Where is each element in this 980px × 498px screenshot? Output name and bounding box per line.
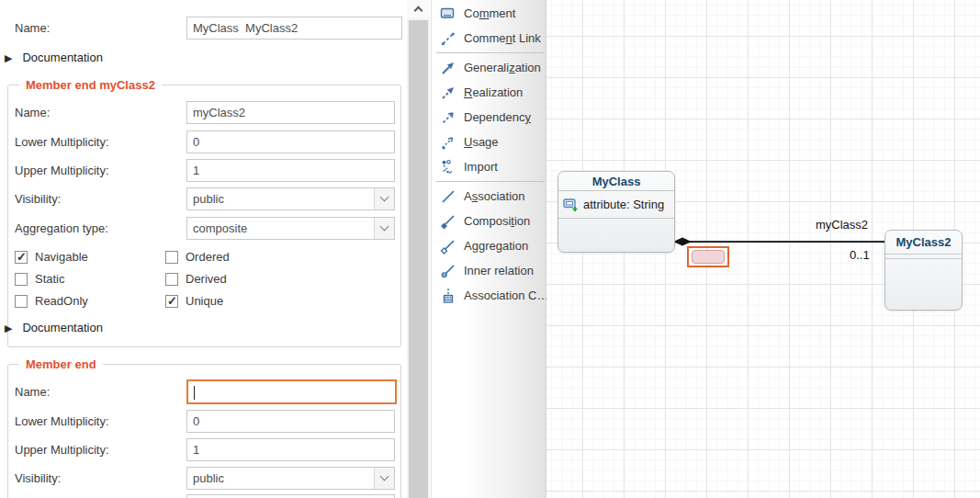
class-title: MyClass — [558, 172, 674, 191]
triangle-right-icon — [5, 321, 12, 334]
fieldset-legend: Member end myClass2 — [19, 78, 162, 92]
palette-item-aggregation[interactable]: Aggregation — [432, 233, 546, 258]
documentation-toggle[interactable]: Documentation — [5, 51, 103, 64]
attribute-row[interactable]: attribute: String — [558, 191, 674, 219]
association-name-input[interactable] — [186, 17, 402, 40]
visibility-select[interactable]: public — [186, 187, 395, 210]
palette-separator — [436, 181, 544, 182]
class-node-myclass[interactable]: MyClass attribute: String — [558, 171, 675, 253]
checkbox-icon — [15, 251, 28, 264]
inner-relation-icon — [440, 263, 456, 279]
realization-icon — [440, 85, 456, 101]
checkbox-icon — [165, 251, 178, 264]
name-label: Name: — [15, 101, 50, 124]
label-placeholder — [692, 250, 725, 264]
scroll-up-button[interactable] — [407, 0, 430, 18]
scrollbar-thumb[interactable] — [409, 20, 428, 498]
visibility-label: Visibility: — [15, 467, 61, 490]
palette-item-inner-relation[interactable]: Inner relation — [432, 258, 546, 283]
attribute-text: attribute: String — [583, 198, 664, 211]
comment-icon — [440, 6, 456, 22]
static-checkbox[interactable]: Static — [15, 272, 65, 286]
navigable-checkbox[interactable]: Navigable — [15, 250, 88, 264]
comment-link-icon — [440, 30, 456, 47]
palette-item-comment-link[interactable]: Comment Link — [432, 26, 546, 51]
member-end-name-input-focused[interactable] — [186, 379, 397, 404]
palette-separator — [436, 52, 544, 53]
upper-multiplicity-input[interactable] — [186, 438, 395, 461]
visibility-select[interactable]: public — [186, 467, 395, 490]
palette-item-usage[interactable]: Usage — [432, 130, 546, 154]
selected-association-label[interactable] — [687, 246, 729, 267]
fieldset-legend: Member end — [19, 357, 103, 371]
aggregation-type-select-cutoff[interactable] — [186, 494, 395, 498]
composition-icon — [440, 213, 456, 230]
documentation-toggle[interactable]: Documentation — [5, 321, 103, 334]
checkbox-icon — [165, 273, 178, 286]
checkbox-icon — [15, 295, 28, 308]
palette-item-association[interactable]: Association — [432, 184, 546, 209]
aggregation-icon — [440, 238, 456, 255]
association-multiplicity-label[interactable]: 0..1 — [850, 248, 870, 262]
palette-item-import[interactable]: Import — [432, 154, 546, 179]
import-icon — [440, 159, 456, 175]
uml-editor: Name: Documentation Member end myClass2 … — [0, 0, 980, 498]
unique-checkbox[interactable]: Unique — [165, 294, 223, 308]
lower-multiplicity-input[interactable] — [186, 130, 395, 153]
attribute-add-icon — [563, 198, 579, 212]
association-icon — [440, 188, 456, 205]
generalization-icon — [440, 60, 456, 76]
usage-icon — [440, 134, 456, 151]
lower-multiplicity-label: Lower Multiplicity: — [15, 130, 109, 153]
class-title: MyClass2 — [885, 231, 962, 255]
association-class-icon — [440, 288, 456, 304]
readonly-checkbox[interactable]: ReadOnly — [15, 294, 88, 308]
checkbox-icon — [165, 295, 178, 308]
palette-item-association-class[interactable]: Association C… — [432, 283, 546, 308]
palette-item-generalization[interactable]: Generalization — [432, 55, 546, 80]
palette-item-composition[interactable]: Composition — [432, 209, 546, 233]
composite-diamond-icon — [673, 238, 692, 246]
visibility-label: Visibility: — [15, 187, 61, 210]
upper-multiplicity-input[interactable] — [186, 159, 395, 182]
upper-multiplicity-label: Upper Multiplicity: — [15, 159, 109, 182]
realization-item[interactable]: Realization — [432, 80, 546, 105]
member-end-name-input[interactable] — [186, 101, 395, 124]
ordered-checkbox[interactable]: Ordered — [165, 250, 230, 264]
chevron-down-icon — [374, 468, 394, 489]
derived-checkbox[interactable]: Derived — [165, 272, 227, 286]
triangle-right-icon — [5, 51, 12, 64]
tool-palette: Comment Comment Link Generalization Real… — [431, 0, 546, 498]
aggregation-type-select[interactable]: composite — [186, 217, 395, 240]
palette-item-dependency[interactable]: Dependency — [432, 105, 546, 130]
text-caret — [194, 386, 195, 400]
lower-multiplicity-label: Lower Multiplicity: — [15, 410, 109, 433]
properties-panel: Name: Documentation Member end myClass2 … — [0, 0, 407, 498]
chevron-down-icon — [374, 188, 394, 209]
chevron-up-icon — [414, 6, 423, 16]
attributes-section — [885, 255, 962, 259]
name-label: Name: — [15, 17, 50, 40]
palette-item-comment[interactable]: Comment — [432, 1, 546, 26]
association-end-name-label[interactable]: myClass2 — [816, 218, 868, 232]
chevron-down-icon — [374, 218, 394, 239]
lower-multiplicity-input[interactable] — [186, 410, 395, 433]
diagram-canvas[interactable]: MyClass attribute: String MyClass2 myCla… — [546, 0, 980, 498]
upper-multiplicity-label: Upper Multiplicity: — [15, 438, 109, 461]
dependency-icon — [440, 109, 456, 126]
checkbox-icon — [15, 273, 28, 286]
name-label: Name: — [15, 380, 50, 403]
aggregation-type-label: Aggregation type: — [15, 217, 108, 240]
properties-scrollbar[interactable] — [407, 0, 430, 498]
class-node-myclass2[interactable]: MyClass2 — [884, 230, 963, 311]
